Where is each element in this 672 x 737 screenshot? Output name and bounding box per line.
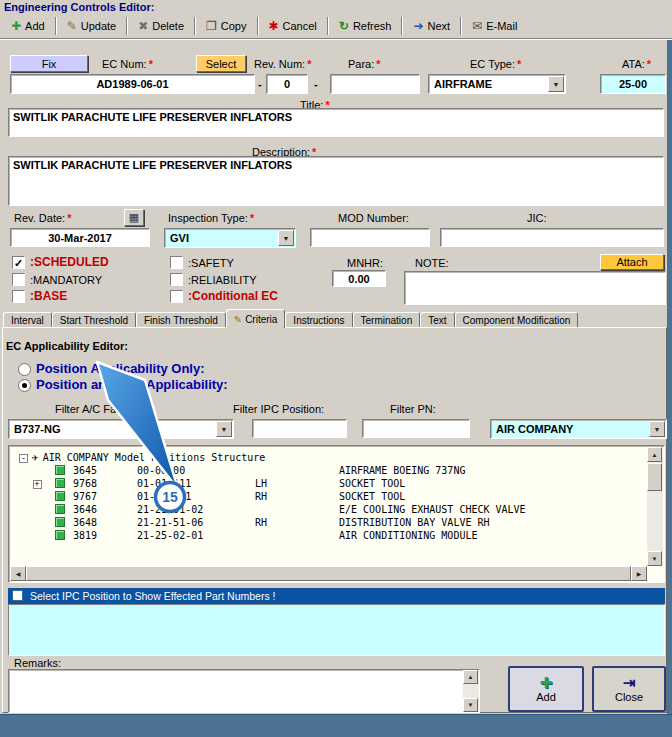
toolbar-delete-button[interactable]: ✖ Delete — [131, 17, 191, 35]
para-label: Para:* — [348, 58, 381, 70]
scroll-up-button[interactable]: ▲ — [647, 447, 662, 462]
chevron-down-icon[interactable]: ▼ — [278, 230, 294, 246]
scrollbar-thumb[interactable] — [26, 566, 631, 581]
para-input[interactable] — [330, 74, 420, 94]
tab-instructions[interactable]: Instructions — [285, 312, 352, 328]
tree-row[interactable]: 976701-01-111RHSOCKET TOOL — [11, 490, 646, 503]
toolbar-separator — [460, 17, 462, 35]
tab-criteria[interactable]: ✎Criteria — [226, 309, 286, 328]
rev-date-input[interactable] — [10, 228, 150, 247]
position-only-radio[interactable] — [18, 363, 31, 376]
tree-row[interactable]: 381921-25-02-01AIR CONDITIONING MODULE — [11, 529, 646, 542]
down-arrow-icon: ▼ — [468, 702, 474, 708]
filter-ipc-label: Filter IPC Position: — [233, 403, 324, 415]
ec-num-input[interactable] — [10, 74, 255, 94]
mnhr-input[interactable] — [332, 270, 386, 287]
rev-date-label: Rev. Date:* — [14, 212, 71, 224]
safety-checkbox[interactable] — [170, 256, 183, 269]
reliability-checkbox[interactable] — [170, 273, 183, 286]
jic-input[interactable] — [440, 228, 664, 247]
ipc-banner-checkbox[interactable] — [12, 590, 23, 601]
scroll-down-button[interactable]: ▼ — [463, 698, 478, 712]
calendar-button[interactable]: ▦ — [124, 209, 144, 226]
add-button[interactable]: ✚ Add — [508, 666, 584, 712]
toolbar-divider — [0, 38, 672, 40]
tab-termination[interactable]: Termination — [353, 312, 421, 328]
tab-finish-threshold[interactable]: Finish Threshold — [136, 312, 226, 328]
filter-family-select[interactable]: B737-NG ▼ — [8, 419, 234, 439]
toolbar-refresh-button[interactable]: ↻ Refresh — [332, 17, 399, 35]
scheduled-checkbox[interactable]: ✓ — [12, 256, 25, 269]
note-textarea[interactable] — [404, 271, 666, 305]
tree-vertical-scrollbar[interactable]: ▲ ▼ — [647, 447, 663, 566]
mandatory-checkbox[interactable] — [12, 273, 25, 286]
tree-row[interactable]: 364821-21-51-06RHDISTRIBUTION BAY VALVE … — [11, 516, 646, 529]
attach-button[interactable]: Attach — [600, 254, 664, 270]
tab-interval[interactable]: Interval — [3, 312, 52, 328]
remarks-label: Remarks: — [14, 657, 61, 669]
toolbar-next-button[interactable]: ➔ Next — [406, 17, 457, 35]
toolbar-separator — [401, 17, 403, 35]
company-select[interactable]: AIR COMPANY ▼ — [490, 419, 667, 439]
tree-item-position: 21-21-51-06 — [137, 516, 255, 529]
scroll-left-button[interactable]: ◀ — [10, 566, 26, 581]
tab-component-modification[interactable]: Component Modification — [455, 312, 579, 328]
up-arrow-icon: ▲ — [468, 674, 474, 680]
conditional-ec-checkbox[interactable] — [170, 290, 183, 303]
toolbar-update-button[interactable]: ✎ Update — [60, 17, 124, 35]
position-and-part-radio[interactable] — [18, 379, 31, 392]
delete-icon: ✖ — [138, 20, 148, 32]
scrollbar-thumb[interactable] — [647, 463, 662, 491]
toolbar: ✚ Add ✎ Update ✖ Delete ❐ Copy ✱ Cancel … — [4, 14, 524, 37]
toolbar-next-label: Next — [427, 20, 450, 32]
dash-separator: - — [258, 78, 262, 90]
ec-type-select[interactable]: AIRFRAME ▼ — [428, 74, 566, 94]
ec-type-label-text: EC Type: — [470, 58, 515, 70]
mod-number-input[interactable] — [310, 228, 430, 247]
tree-horizontal-scrollbar[interactable]: ◀ ▶ — [10, 566, 647, 581]
tab-text[interactable]: Text — [420, 312, 454, 328]
expand-box-icon[interactable]: + — [33, 480, 42, 489]
scroll-right-button[interactable]: ▶ — [631, 566, 647, 581]
tree-row[interactable]: 364621-21-01-02E/E COOLING EXHAUST CHECK… — [11, 503, 646, 516]
toolbar-separator — [55, 17, 57, 35]
plus-icon: ✚ — [540, 675, 553, 690]
toolbar-copy-button[interactable]: ❐ Copy — [199, 17, 253, 35]
ata-label-text: ATA: — [622, 58, 645, 70]
toolbar-copy-label: Copy — [221, 20, 247, 32]
remarks-scrollbar[interactable]: ▲ ▼ — [463, 670, 479, 712]
close-button[interactable]: ⇥ Close — [592, 666, 666, 712]
fix-button[interactable]: Fix — [10, 55, 88, 72]
chevron-down-icon[interactable]: ▼ — [216, 421, 232, 437]
filter-ipc-input[interactable] — [252, 419, 347, 438]
inspection-type-value: GVI — [170, 232, 189, 244]
inspection-type-select[interactable]: GVI ▼ — [164, 228, 296, 248]
ata-input[interactable] — [600, 74, 666, 94]
remarks-textarea[interactable]: ▲ ▼ — [8, 669, 480, 713]
select-button[interactable]: Select — [196, 55, 246, 72]
title-input[interactable]: SWITLIK PARACHUTE LIFE PRESERVER INFLATO… — [8, 108, 664, 137]
email-icon: ✉ — [472, 20, 482, 32]
toolbar-cancel-button[interactable]: ✱ Cancel — [262, 17, 324, 35]
part-numbers-panel — [8, 604, 665, 656]
scroll-down-button[interactable]: ▼ — [647, 551, 662, 566]
collapse-box-icon[interactable]: - — [19, 454, 28, 463]
tree-item-description: SOCKET TOOL — [339, 491, 405, 502]
toolbar-delete-label: Delete — [152, 20, 184, 32]
cancel-icon: ✱ — [269, 20, 279, 32]
tab-start-threshold[interactable]: Start Threshold — [52, 312, 136, 328]
description-input[interactable]: SWITLIK PARACHUTE LIFE PRESERVER INFLATO… — [8, 156, 664, 206]
tree-row[interactable]: 364500-00-00AIRFRAME BOEING 737NG — [11, 464, 646, 477]
chevron-down-icon[interactable]: ▼ — [548, 76, 564, 92]
tree-root-row[interactable]: -✈AIR COMPANY Model Positions Structure — [11, 451, 646, 464]
update-icon: ✎ — [67, 20, 77, 32]
filter-pn-input[interactable] — [362, 419, 470, 438]
scroll-up-button[interactable]: ▲ — [463, 670, 478, 684]
base-checkbox[interactable] — [12, 290, 25, 303]
toolbar-email-button[interactable]: ✉ E-Mail — [465, 17, 524, 35]
rev-num-input[interactable] — [266, 74, 308, 94]
chevron-down-icon[interactable]: ▼ — [649, 421, 665, 437]
tree-gutter: + — [19, 477, 55, 490]
toolbar-add-button[interactable]: ✚ Add — [4, 17, 52, 35]
tree-row[interactable]: +976801-01-111LHSOCKET TOOL — [11, 477, 646, 490]
